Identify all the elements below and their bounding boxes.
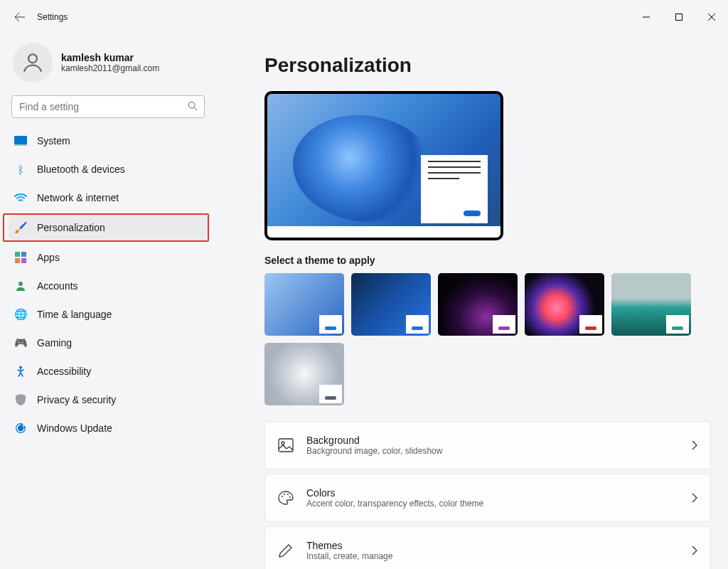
maximize-button[interactable] [663, 0, 695, 34]
svg-point-10 [19, 366, 22, 369]
chevron-right-icon [692, 440, 697, 450]
theme-badge [319, 315, 342, 334]
account-icon [14, 280, 27, 292]
preview-window [421, 155, 488, 223]
close-button[interactable] [695, 0, 728, 34]
row-title: Themes [306, 540, 679, 551]
nav-label: System [37, 135, 70, 147]
theme-badge [319, 385, 342, 403]
display-icon [14, 134, 27, 147]
user-email: kamlesh2011@gmail.com [61, 63, 159, 73]
window-controls [630, 0, 728, 34]
theme-option-2[interactable] [351, 273, 431, 336]
chevron-right-icon [692, 493, 697, 503]
apps-icon [14, 251, 27, 264]
row-desc: Background image, color, slideshow [306, 446, 679, 456]
back-button[interactable] [6, 0, 34, 34]
nav-label: Accounts [37, 280, 78, 292]
svg-rect-7 [15, 258, 20, 263]
titlebar: Settings [0, 0, 728, 34]
nav-list: System ᛒBluetooth & devices Network & in… [9, 128, 208, 441]
nav-system[interactable]: System [9, 128, 208, 154]
row-colors[interactable]: ColorsAccent color, transparency effects… [264, 474, 711, 522]
theme-section-label: Select a theme to apply [264, 255, 711, 266]
nav-label: Accessibility [37, 366, 91, 377]
theme-grid [264, 273, 728, 405]
nav-network[interactable]: Network & internet [9, 185, 208, 211]
nav-label: Bluetooth & devices [37, 164, 125, 175]
pen-icon [278, 543, 294, 558]
profile-block[interactable]: kamlesh kumar kamlesh2011@gmail.com [9, 43, 208, 83]
search-icon [188, 101, 198, 111]
svg-point-14 [282, 496, 283, 497]
nav-personalization[interactable]: 🖌️Personalization [9, 215, 208, 240]
preview-wallpaper [293, 115, 435, 222]
svg-point-1 [28, 54, 37, 63]
gamepad-icon: 🎮 [14, 336, 27, 349]
row-themes[interactable]: ThemesInstall, create, manage [264, 526, 711, 569]
accessibility-icon [14, 365, 27, 378]
svg-rect-8 [21, 258, 26, 263]
nav-label: Privacy & security [37, 394, 116, 405]
theme-option-4[interactable] [525, 273, 604, 336]
theme-option-3[interactable] [438, 273, 518, 336]
bluetooth-icon: ᛒ [14, 163, 27, 176]
theme-badge [493, 315, 515, 334]
svg-point-13 [282, 442, 284, 445]
user-name: kamlesh kumar [61, 52, 159, 63]
globe-clock-icon: 🌐 [14, 308, 27, 321]
chevron-right-icon [692, 546, 697, 555]
svg-point-15 [284, 494, 285, 495]
svg-point-9 [18, 282, 23, 286]
nav-update[interactable]: Windows Update [9, 415, 208, 441]
palette-icon [278, 491, 294, 505]
avatar [13, 43, 53, 83]
search-wrap [11, 95, 205, 118]
update-icon [14, 422, 27, 435]
paintbrush-icon: 🖌️ [14, 221, 27, 234]
row-title: Background [306, 435, 679, 446]
nav-label: Network & internet [37, 192, 119, 203]
row-desc: Install, create, manage [306, 551, 679, 561]
nav-time[interactable]: 🌐Time & language [9, 302, 208, 327]
window-title: Settings [34, 12, 68, 22]
nav-accessibility[interactable]: Accessibility [9, 358, 208, 384]
nav-highlight: 🖌️Personalization [3, 213, 209, 242]
nav-label: Personalization [37, 222, 105, 233]
main-content: Personalization Select a theme to apply … [213, 34, 728, 569]
minimize-icon [643, 14, 650, 21]
theme-option-1[interactable] [264, 273, 344, 336]
nav-label: Apps [37, 252, 60, 263]
theme-option-5[interactable] [611, 273, 691, 336]
nav-label: Gaming [37, 337, 72, 349]
theme-badge [406, 315, 429, 334]
wifi-icon [14, 191, 27, 204]
theme-option-6[interactable] [264, 343, 344, 405]
svg-rect-12 [279, 439, 293, 452]
svg-rect-4 [14, 144, 27, 146]
svg-rect-5 [15, 252, 20, 257]
row-title: Colors [306, 487, 679, 499]
shield-icon [14, 393, 27, 406]
settings-rows: BackgroundBackground image, color, slide… [264, 421, 711, 569]
svg-rect-6 [21, 252, 26, 257]
nav-privacy[interactable]: Privacy & security [9, 387, 208, 413]
page-title: Personalization [264, 54, 711, 77]
person-icon [21, 50, 45, 75]
row-background[interactable]: BackgroundBackground image, color, slide… [264, 421, 711, 469]
nav-gaming[interactable]: 🎮Gaming [9, 330, 208, 356]
nav-label: Windows Update [37, 422, 112, 434]
nav-accounts[interactable]: Accounts [9, 273, 208, 299]
nav-apps[interactable]: Apps [9, 245, 208, 270]
row-desc: Accent color, transparency effects, colo… [306, 499, 679, 509]
picture-icon [278, 438, 294, 452]
maximize-icon [675, 14, 682, 21]
search-input[interactable] [11, 95, 205, 118]
nav-bluetooth[interactable]: ᛒBluetooth & devices [9, 156, 208, 182]
svg-point-16 [287, 494, 289, 495]
svg-point-17 [289, 496, 291, 498]
minimize-button[interactable] [630, 0, 663, 34]
svg-point-2 [188, 102, 195, 108]
nav-label: Time & language [37, 309, 112, 320]
sidebar: kamlesh kumar kamlesh2011@gmail.com Syst… [0, 34, 213, 441]
